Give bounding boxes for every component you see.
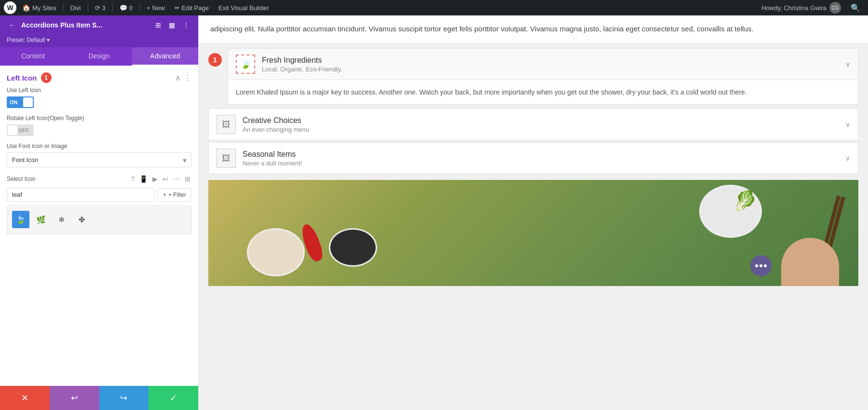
chevron-down-icon: ∨ [845, 121, 850, 128]
use-left-icon-label: Use Left Icon [7, 87, 191, 94]
accordion-subtitle-creative-choices: An ever-changing menu [243, 126, 839, 133]
back-button[interactable]: ← [7, 20, 17, 30]
icon-search-input[interactable] [7, 188, 155, 202]
rotate-left-icon-label: Rotate Left Icon(Open Toggle) [7, 115, 191, 122]
green-veggies-icon: 🥬 [733, 190, 757, 212]
icon-leaf-filled[interactable]: 🍃 [12, 211, 29, 228]
panel-header: ← Accordions Plus Item S... ⊞ ▦ ⋮ [0, 15, 198, 35]
home-icon: 🏠 [22, 4, 30, 12]
icon-more-button[interactable]: ⋯ [172, 174, 181, 184]
redo-button[interactable]: ↪ [99, 386, 149, 410]
chevron-up-icon: ∨ [845, 60, 850, 68]
icon-grid-button[interactable]: ⊞ [184, 174, 191, 184]
floating-dots-button[interactable] [750, 255, 772, 276]
accordion-header-seasonal-items[interactable]: 🖼 Seasonal Items Never a dull moment! ∨ [209, 143, 858, 174]
accordion-icon-fresh-ingredients: 🍃 [236, 55, 255, 74]
panel-bottom-buttons: ✕ ↩ ↪ ✓ [0, 386, 198, 410]
accordion-text-seasonal-items: Seasonal Items Never a dull moment! [243, 150, 839, 167]
admin-bar: W 🏠 My Sites Divi ⟳ 3 💬 0 + New ✏ Edit P… [0, 0, 868, 15]
cancel-button[interactable]: ✕ [0, 386, 50, 410]
accordion-item-fresh-ingredients: 🍃 Fresh Ingredients Local. Organic. Eco-… [228, 48, 858, 105]
save-button[interactable]: ✓ [149, 386, 198, 410]
cache-icon: ⟳ [95, 4, 100, 12]
accordion-header-creative-choices[interactable]: 🖼 Creative Choices An ever-changing menu… [209, 109, 858, 140]
accordion-section: 1 🍃 Fresh Ingredients Local. Organic. Ec… [208, 48, 858, 174]
accordion-title-fresh-ingredients: Fresh Ingredients [262, 56, 839, 65]
admin-bar-item-new[interactable]: + New [143, 0, 169, 15]
divider [63, 3, 64, 12]
icon-leaf-outline[interactable]: 🌿 [32, 211, 50, 228]
font-icon-or-image-label: Use Font Icon or Image [7, 143, 191, 150]
accordion-text-fresh-ingredients: Fresh Ingredients Local. Organic. Eco-Fr… [262, 56, 839, 73]
more-options-button[interactable]: ⋮ [181, 20, 191, 30]
rotate-left-icon-setting: Rotate Left Icon(Open Toggle) OFF [7, 115, 191, 136]
accordion-body-fresh-ingredients: Lorem Khaled Ipsum is a major key to suc… [228, 80, 858, 104]
section-header: Left Icon 1 ∧ ⋮ [0, 66, 198, 87]
admin-bar-item-comments[interactable]: 💬 0 [116, 0, 136, 15]
accordion-subtitle-seasonal-items: Never a dull moment! [243, 160, 839, 167]
food-bowl-2 [329, 228, 377, 267]
plus-icon: + [147, 4, 150, 12]
accordion-item-seasonal-items: 🖼 Seasonal Items Never a dull moment! ∨ [208, 142, 858, 174]
tab-content[interactable]: Content [0, 47, 66, 66]
leaf-icon: 🍃 [240, 59, 251, 69]
page-content: adipiscing elit. Nulla porttitor accumsa… [199, 15, 868, 410]
search-icon[interactable]: 🔍 [847, 3, 864, 13]
preset-bar[interactable]: Preset: Default ▾ [0, 35, 198, 47]
accordion-badge: 1 [208, 53, 222, 67]
grid-icon-button[interactable]: ▦ [167, 20, 177, 30]
admin-bar-item-divi[interactable]: Divi [67, 0, 85, 15]
admin-bar-item-edit-page[interactable]: ✏ Edit Page [171, 0, 213, 15]
chevron-down-icon-2: ∨ [845, 154, 850, 162]
icon-flower[interactable]: ✤ [73, 211, 90, 228]
accordion-subtitle-fresh-ingredients: Local. Organic. Eco-Friendly. [262, 66, 839, 73]
panel-tabs: Content Design Advanced [0, 47, 198, 66]
filter-button[interactable]: + + Filter [158, 188, 191, 202]
accordion-header-fresh-ingredients[interactable]: 🍃 Fresh Ingredients Local. Organic. Eco-… [228, 49, 858, 80]
icon-mobile-button[interactable]: 📱 [138, 174, 149, 184]
collapse-button[interactable]: ∧ [175, 73, 181, 82]
intro-text: adipiscing elit. Nulla porttitor accumsa… [210, 23, 856, 35]
divider [139, 3, 140, 12]
food-bowl-1 [247, 228, 305, 276]
divider [112, 3, 113, 12]
use-left-icon-toggle[interactable]: ON [7, 96, 34, 108]
plus-icon: + [163, 191, 166, 198]
comment-icon: 💬 [120, 4, 127, 12]
admin-bar-item-my-sites[interactable]: 🏠 My Sites [18, 0, 60, 15]
panel-title: Accordions Plus Item S... [21, 21, 102, 29]
undo-button[interactable]: ↩ [50, 386, 99, 410]
dot-3 [764, 264, 767, 267]
icon-tools: ? 📱 ▶ ↩ ⋯ ⊞ [130, 174, 191, 184]
font-icon-or-image-setting: Use Font Icon or Image Font Icon Image ▾ [7, 143, 191, 167]
divider [88, 3, 88, 12]
admin-bar-item-exit-builder[interactable]: Exit Visual Builder [215, 0, 273, 15]
square-icon-button[interactable]: ⊞ [153, 20, 163, 30]
accordion-icon-seasonal-items: 🖼 [217, 149, 236, 168]
select-icon-setting: Select Icon ? 📱 ▶ ↩ ⋯ ⊞ + + Filter [7, 174, 191, 234]
icon-arrow-button[interactable]: ▶ [151, 174, 159, 184]
food-image-section: 🥬 [208, 180, 858, 286]
image-placeholder-icon-2: 🖼 [222, 153, 231, 164]
icon-reset-button[interactable]: ↩ [162, 174, 169, 184]
dot-1 [755, 264, 758, 267]
use-left-icon-setting: Use Left Icon ON [7, 87, 191, 108]
tab-advanced[interactable]: Advanced [132, 47, 198, 66]
wp-logo[interactable]: W [4, 1, 16, 14]
tab-design[interactable]: Design [66, 47, 132, 66]
icon-grid: 🍃 🌿 ❄ ✤ [7, 205, 191, 234]
rotate-left-icon-toggle[interactable]: OFF [7, 124, 34, 136]
admin-bar-item-cache[interactable]: ⟳ 3 [91, 0, 109, 15]
section-menu-button[interactable]: ⋮ [184, 73, 191, 82]
accordion-icon-creative-choices: 🖼 [217, 115, 236, 134]
edit-icon: ✏ [175, 4, 180, 12]
select-icon-label: Select Icon [7, 176, 35, 182]
font-icon-or-image-select[interactable]: Font Icon Image [7, 152, 191, 167]
left-panel: ← Accordions Plus Item S... ⊞ ▦ ⋮ Preset… [0, 15, 199, 410]
icon-help-button[interactable]: ? [130, 174, 136, 184]
accordion-item-creative-choices: 🖼 Creative Choices An ever-changing menu… [208, 109, 858, 140]
toggle-knob-off [8, 125, 17, 135]
toggle-knob [23, 97, 33, 107]
intro-text-block: adipiscing elit. Nulla porttitor accumsa… [199, 15, 868, 42]
icon-snowflake[interactable]: ❄ [53, 211, 70, 228]
